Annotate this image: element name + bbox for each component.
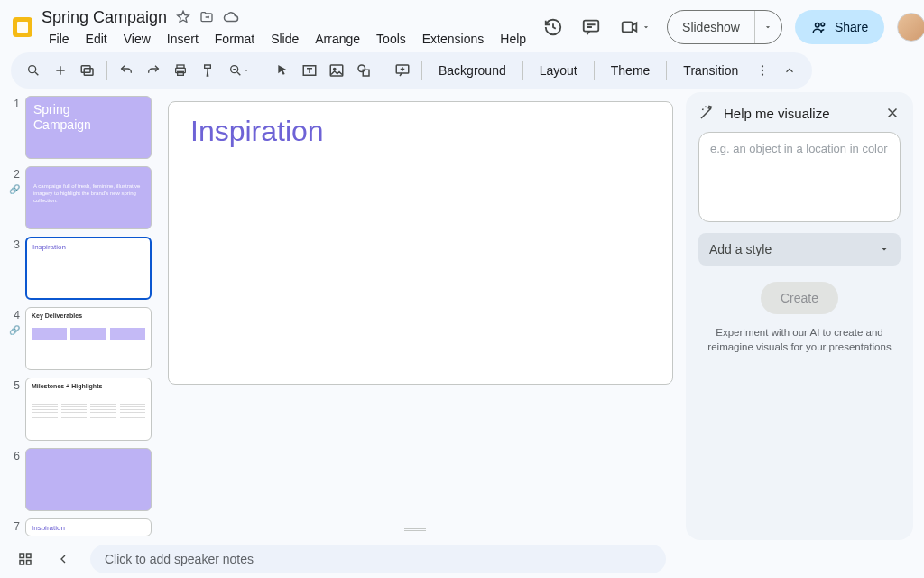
textbox-tool[interactable] [298, 59, 321, 82]
close-icon[interactable] [884, 105, 901, 121]
prompt-input[interactable]: e.g. an object in a location in color [698, 132, 901, 222]
bottom-bar: Click to add speaker notes [0, 540, 924, 578]
link-icon: 🔗 [9, 184, 20, 194]
svg-rect-3 [584, 21, 599, 32]
menu-insert[interactable]: Insert [160, 30, 206, 48]
undo-button[interactable] [115, 59, 138, 82]
comment-tool[interactable] [391, 59, 414, 82]
notes-resize-handle[interactable] [404, 528, 426, 531]
slide-index: 1 [9, 96, 20, 159]
main-area: 1 SpringCampaign 2🔗 A campaign full of f… [0, 89, 924, 540]
side-panel-title: Help me visualize [724, 106, 830, 121]
svg-point-7 [29, 66, 36, 73]
menu-extensions[interactable]: Extensions [415, 30, 491, 48]
slideshow-button[interactable]: Slideshow [667, 10, 782, 44]
slide-index: 3 [9, 237, 20, 300]
paint-format-button[interactable] [196, 59, 219, 82]
menu-bar: File Edit View Insert Format Slide Arran… [42, 30, 533, 48]
zoom-button[interactable] [223, 59, 255, 82]
svg-rect-26 [27, 561, 32, 565]
svg-rect-12 [178, 71, 184, 75]
title-block: Spring Campaign File Edit View Insert Fo… [42, 6, 533, 48]
slide-thumbnail-2[interactable]: A campaign full of fresh, feminine, illu… [25, 166, 152, 229]
share-label: Share [835, 20, 868, 34]
menu-view[interactable]: View [116, 30, 158, 48]
transition-button[interactable]: Transition [674, 59, 747, 82]
chevron-left-icon[interactable] [52, 548, 74, 570]
slide-title-text[interactable]: Inspiration [190, 115, 324, 148]
menu-format[interactable]: Format [208, 30, 262, 48]
slide-index: 7 [9, 518, 20, 536]
canvas-area: Inspiration [162, 89, 686, 540]
side-panel: Help me visualize e.g. an object in a lo… [686, 92, 913, 540]
theme-button[interactable]: Theme [602, 59, 660, 82]
style-dropdown[interactable]: Add a style [698, 233, 901, 266]
filmstrip[interactable]: 1 SpringCampaign 2🔗 A campaign full of f… [0, 89, 162, 540]
menu-file[interactable]: File [42, 30, 77, 48]
toolbar: Background Layout Theme Transition [11, 52, 812, 89]
svg-rect-1 [16, 21, 29, 33]
cloud-status-icon[interactable] [223, 9, 239, 25]
collapse-toolbar-icon[interactable] [778, 59, 801, 82]
magic-wand-icon [698, 105, 715, 121]
print-button[interactable] [169, 59, 192, 82]
slide-index: 4🔗 [9, 307, 20, 370]
share-button[interactable]: Share [795, 10, 884, 44]
slideshow-dropdown[interactable] [754, 11, 781, 43]
svg-point-5 [815, 23, 819, 28]
header-right: Slideshow Share [541, 10, 924, 44]
side-panel-hint: Experiment with our AI to create and rei… [698, 325, 901, 354]
slide-index: 5 [9, 378, 20, 441]
more-icon[interactable] [751, 59, 774, 82]
search-icon[interactable] [22, 59, 45, 82]
redo-button[interactable] [142, 59, 165, 82]
menu-tools[interactable]: Tools [369, 30, 413, 48]
menu-help[interactable]: Help [493, 30, 533, 48]
menu-slide[interactable]: Slide [263, 30, 306, 48]
move-icon[interactable] [199, 10, 214, 24]
svg-rect-24 [27, 554, 32, 558]
slideshow-label: Slideshow [668, 20, 754, 34]
select-tool[interactable] [271, 59, 294, 82]
grid-view-icon[interactable] [14, 548, 36, 570]
shape-tool[interactable] [352, 59, 375, 82]
document-title[interactable]: Spring Campaign [42, 8, 167, 27]
slide-thumbnail-4[interactable]: Key Deliverables [25, 307, 152, 370]
slide-thumbnail-6[interactable] [25, 448, 152, 511]
people-icon [811, 19, 827, 35]
account-avatar[interactable] [897, 13, 924, 42]
svg-point-22 [762, 74, 763, 76]
app-logo[interactable] [11, 13, 34, 42]
style-label: Add a style [709, 242, 772, 256]
slide-thumbnail-7[interactable]: Inspiration [25, 518, 152, 536]
chevron-down-icon [879, 244, 890, 255]
svg-rect-25 [20, 561, 24, 565]
speaker-notes-input[interactable]: Click to add speaker notes [90, 545, 666, 573]
header-bar: Spring Campaign File Edit View Insert Fo… [0, 0, 924, 49]
image-tool[interactable] [325, 59, 348, 82]
slide-thumbnail-1[interactable]: SpringCampaign [25, 96, 152, 159]
star-icon[interactable] [176, 10, 190, 24]
new-slide-button[interactable] [49, 59, 72, 82]
slide-canvas[interactable]: Inspiration [168, 101, 673, 385]
history-icon[interactable] [541, 14, 566, 40]
menu-edit[interactable]: Edit [79, 30, 115, 48]
svg-point-20 [762, 65, 763, 67]
slide-thumbnail-5[interactable]: Milestones + Highlights [25, 378, 152, 441]
meet-icon[interactable] [616, 14, 654, 40]
comments-icon[interactable] [578, 14, 604, 40]
background-button[interactable]: Background [430, 59, 515, 82]
svg-point-17 [358, 65, 365, 72]
slide-index: 6 [9, 448, 20, 511]
link-icon: 🔗 [9, 325, 20, 335]
svg-point-21 [762, 70, 763, 71]
svg-rect-4 [623, 23, 633, 33]
slide-thumbnail-3[interactable]: Inspiration [25, 237, 152, 300]
layout-button[interactable]: Layout [531, 59, 587, 82]
new-slide-layout-button[interactable] [76, 59, 99, 82]
menu-arrange[interactable]: Arrange [308, 30, 367, 48]
create-button[interactable]: Create [761, 282, 838, 314]
svg-point-16 [334, 68, 336, 70]
slide-index: 2🔗 [9, 166, 20, 229]
svg-point-6 [821, 23, 825, 26]
